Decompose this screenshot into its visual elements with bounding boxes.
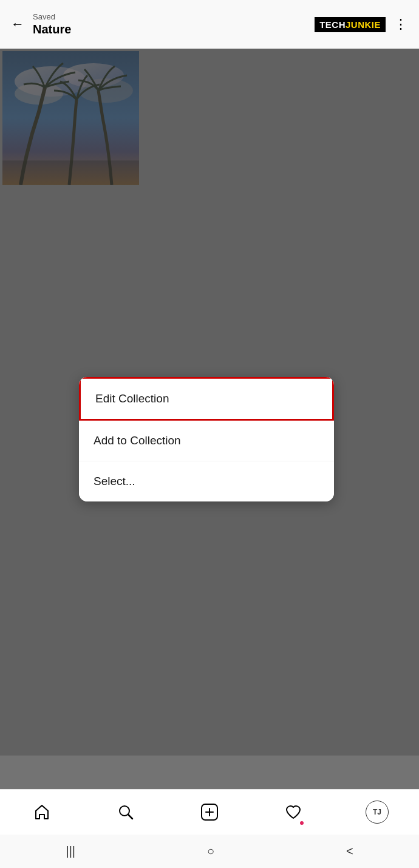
back-button-android[interactable]: < xyxy=(346,844,353,858)
saved-label: Saved xyxy=(33,12,71,22)
add-to-collection-button[interactable]: Add to Collection xyxy=(79,421,334,461)
android-nav-bar: ||| ○ < xyxy=(0,835,419,868)
svg-line-7 xyxy=(128,815,132,819)
home-button[interactable]: ○ xyxy=(207,844,214,858)
main-content: Edit Collection Add to Collection Select… xyxy=(0,49,419,756)
back-button[interactable]: ← xyxy=(11,18,24,31)
heart-icon xyxy=(285,804,302,821)
app-header: ← Saved Nature TECHJUNKIE ⋮ xyxy=(0,0,419,49)
new-post-icon xyxy=(200,803,219,821)
header-title-group: Saved Nature xyxy=(33,12,71,36)
bottom-nav: TJ xyxy=(0,789,419,835)
logo-tech: TECH xyxy=(319,19,346,30)
more-options-button[interactable]: ⋮ xyxy=(394,18,408,31)
header-left: ← Saved Nature xyxy=(11,12,71,36)
search-icon xyxy=(117,804,134,821)
avatar: TJ xyxy=(366,801,389,824)
nav-new-post[interactable] xyxy=(194,797,225,827)
nav-activity[interactable] xyxy=(278,797,308,827)
techjunkie-logo: TECHJUNKIE xyxy=(315,17,386,32)
activity-dot xyxy=(300,821,304,825)
nav-home[interactable] xyxy=(27,797,57,827)
recents-button[interactable]: ||| xyxy=(66,844,75,858)
home-icon xyxy=(33,804,50,821)
select-button[interactable]: Select... xyxy=(79,461,334,501)
page-title: Nature xyxy=(33,22,71,36)
header-right: TECHJUNKIE ⋮ xyxy=(315,17,408,32)
context-menu: Edit Collection Add to Collection Select… xyxy=(79,377,334,501)
edit-collection-button[interactable]: Edit Collection xyxy=(79,377,334,421)
nav-profile[interactable]: TJ xyxy=(362,797,392,827)
nav-search[interactable] xyxy=(111,797,141,827)
logo-junkie: JUNKIE xyxy=(346,19,381,30)
